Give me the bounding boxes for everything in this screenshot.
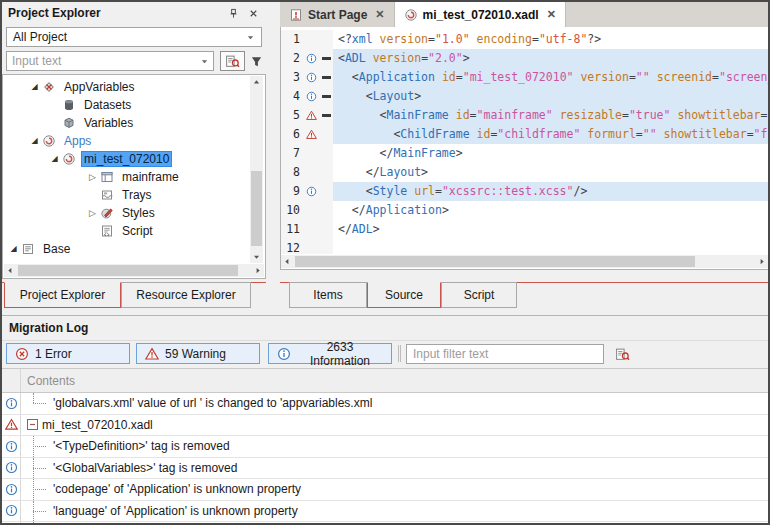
- code-area[interactable]: 1<?xml version="1.0" encoding="utf-8"?>2…: [281, 30, 768, 254]
- log-row[interactable]: mi_test_072010.xadl: [2, 415, 768, 437]
- fold-marker[interactable]: [319, 68, 333, 87]
- code-line[interactable]: 1<?xml version="1.0" encoding="utf-8"?>: [281, 30, 768, 49]
- code-line-text[interactable]: <ADL version="2.0">: [333, 49, 768, 68]
- toolbar-separator: [398, 345, 401, 362]
- scrollbar-thumb[interactable]: [295, 256, 695, 267]
- tree-expanded-expander-icon[interactable]: ◢: [27, 78, 42, 96]
- warning-filter-button[interactable]: 59 Warning: [136, 343, 260, 364]
- scroll-left-icon[interactable]: [281, 255, 294, 268]
- tab-label: Resource Explorer: [136, 288, 235, 302]
- tab-mi-test-072010-xadl[interactable]: mi_test_072010.xadl ✕: [395, 2, 566, 27]
- chevron-down-icon[interactable]: [200, 58, 209, 65]
- code-line-text[interactable]: </Application>: [333, 201, 768, 220]
- pin-icon[interactable]: [226, 6, 240, 20]
- code-line-text[interactable]: </ADL>: [333, 220, 768, 239]
- tree-item-variables[interactable]: Variables: [3, 114, 248, 132]
- scrollbar-thumb[interactable]: [18, 265, 238, 276]
- code-line-text[interactable]: <Layout>: [333, 87, 768, 106]
- tree-item-apps[interactable]: ◢Apps: [3, 132, 248, 150]
- tab-items[interactable]: Items: [289, 282, 367, 308]
- tab-start-page[interactable]: Start Page ✕: [280, 2, 395, 27]
- code-line[interactable]: 10 </Application>: [281, 201, 768, 220]
- scroll-down-icon[interactable]: [250, 250, 263, 263]
- fold-marker[interactable]: [319, 106, 333, 125]
- code-line-text[interactable]: <MainFrame id="mainframe" resizable="tru…: [333, 106, 768, 125]
- scroll-up-icon[interactable]: [250, 76, 263, 89]
- tree-expanded-expander-icon[interactable]: ◢: [27, 132, 42, 150]
- code-line[interactable]: 6 <ChildFrame id="childframe" formurl=""…: [281, 125, 768, 144]
- document-tab-bar: Start Page ✕ mi_test_072010.xadl ✕: [280, 2, 768, 27]
- close-tab-icon[interactable]: ✕: [547, 8, 556, 21]
- log-search-button[interactable]: [612, 344, 632, 364]
- log-row[interactable]: 'language' of 'Application' is unknown p…: [2, 501, 768, 523]
- fold-gutter: [319, 239, 333, 254]
- code-line-text[interactable]: <ChildFrame id="childframe" formurl="" s…: [333, 125, 768, 144]
- tree-search-button[interactable]: [220, 51, 245, 71]
- tree-collapsed-expander-icon[interactable]: ▷: [85, 168, 100, 186]
- marker-gutter: [303, 30, 319, 49]
- editor-horizontal-scrollbar[interactable]: [281, 255, 768, 268]
- tab-project-explorer[interactable]: Project Explorer: [4, 282, 121, 308]
- code-line-text[interactable]: [333, 239, 768, 254]
- code-line-text[interactable]: </MainFrame>: [333, 144, 768, 163]
- code-line-text[interactable]: <Style url="xcssrc::test.xcss"/>: [333, 182, 768, 201]
- tree-item-mi-test-072010[interactable]: ◢mi_test_072010: [3, 150, 248, 168]
- code-line-text[interactable]: </Layout>: [333, 163, 768, 182]
- tree-collapsed-expander-icon[interactable]: ▷: [85, 204, 100, 222]
- log-row[interactable]: '<TypeDefinition>' tag is removed: [2, 436, 768, 458]
- tree-item-mainframe[interactable]: ▷mainframe: [3, 168, 248, 186]
- fold-marker[interactable]: [319, 87, 333, 106]
- tree-vertical-scrollbar[interactable]: [250, 76, 263, 263]
- scrollbar-thumb[interactable]: [251, 171, 262, 246]
- code-line[interactable]: 3 <Application id="mi_test_072010" versi…: [281, 68, 768, 87]
- error-filter-button[interactable]: 1 Error: [6, 343, 130, 364]
- tree-item-base[interactable]: ◢Base: [3, 240, 248, 258]
- warning-icon: [2, 415, 21, 436]
- scroll-right-icon[interactable]: [755, 255, 768, 268]
- close-panel-icon[interactable]: [246, 6, 260, 20]
- tree-item-datasets[interactable]: Datasets: [3, 96, 248, 114]
- code-line-text[interactable]: <?xml version="1.0" encoding="utf-8"?>: [333, 30, 768, 49]
- app-icon: [62, 152, 77, 166]
- tree-item-script[interactable]: Script: [3, 222, 248, 240]
- close-tab-icon[interactable]: ✕: [375, 8, 384, 21]
- code-line[interactable]: 11</ADL>: [281, 220, 768, 239]
- log-row[interactable]: 'mainframeurl' of 'Application' is unkno…: [2, 522, 768, 523]
- log-row[interactable]: 'codepage' of 'Application' is unknown p…: [2, 479, 768, 501]
- log-message: 'globalvars.xml' value of url ' is chang…: [53, 396, 372, 410]
- line-number: 7: [281, 144, 303, 163]
- code-line[interactable]: 9 <Style url="xcssrc::test.xcss"/>: [281, 182, 768, 201]
- log-row[interactable]: 'globalvars.xml' value of url ' is chang…: [2, 393, 768, 415]
- project-filter-combobox[interactable]: All Project: [6, 27, 262, 47]
- tree-item-appvariables[interactable]: ◢AppVariables: [3, 78, 248, 96]
- tab-resource-explorer[interactable]: Resource Explorer: [121, 282, 251, 308]
- chevron-down-icon[interactable]: [246, 34, 255, 41]
- log-filter-input[interactable]: [407, 345, 603, 363]
- code-line[interactable]: 2<ADL version="2.0">: [281, 49, 768, 68]
- code-line[interactable]: 4 <Layout>: [281, 87, 768, 106]
- code-line-text[interactable]: <Application id="mi_test_072010" version…: [333, 68, 768, 87]
- tree-item-styles[interactable]: ▷Styles: [3, 204, 248, 222]
- information-filter-button[interactable]: 2633 Information: [268, 343, 392, 364]
- tree-search-input[interactable]: [7, 53, 200, 69]
- styles-icon: [100, 206, 115, 220]
- log-row[interactable]: '<GlobalVariables>' tag is removed: [2, 458, 768, 480]
- tab-script[interactable]: Script: [441, 282, 517, 308]
- tree-expanded-expander-icon[interactable]: ◢: [47, 150, 62, 168]
- code-line[interactable]: 7 </MainFrame>: [281, 144, 768, 163]
- tree-expanded-expander-icon[interactable]: ◢: [6, 240, 21, 258]
- scroll-left-icon[interactable]: [4, 264, 17, 277]
- apps-icon: [42, 134, 57, 148]
- code-line[interactable]: 8 </Layout>: [281, 163, 768, 182]
- fold-marker[interactable]: [319, 49, 333, 68]
- tree-item-trays[interactable]: Trays: [3, 186, 248, 204]
- scroll-right-icon[interactable]: [251, 264, 264, 277]
- fold-gutter: [319, 201, 333, 220]
- code-line[interactable]: 12: [281, 239, 768, 254]
- tree-horizontal-scrollbar[interactable]: [4, 264, 264, 277]
- tree-filter-button[interactable]: [248, 52, 264, 70]
- code-line[interactable]: 5 <MainFrame id="mainframe" resizable="t…: [281, 106, 768, 125]
- filter-label: 2633 Information: [297, 340, 383, 368]
- tab-source[interactable]: Source: [367, 282, 441, 308]
- collapse-icon[interactable]: [27, 419, 38, 430]
